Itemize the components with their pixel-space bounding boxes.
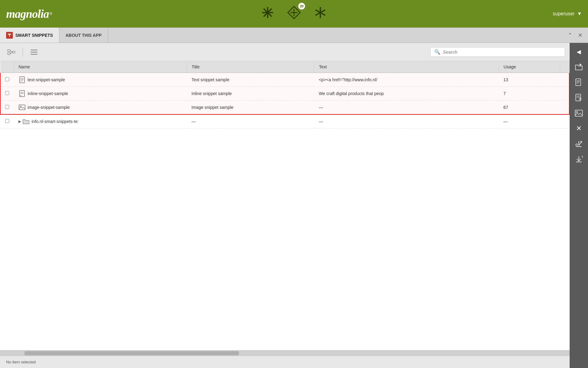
toolbar-divider xyxy=(23,48,23,57)
row2-text: We craft digital products that peop xyxy=(314,87,499,101)
row1-name: text-snippet-sample xyxy=(28,77,65,82)
row-name-cell[interactable]: text-snippet-sample xyxy=(14,73,187,87)
svg-rect-10 xyxy=(8,50,10,52)
scrollbar-thumb[interactable] xyxy=(24,351,239,355)
tab-bar-actions: ⌃ ✕ xyxy=(565,28,588,43)
table-header-row: Name Title Text Usage xyxy=(0,61,569,73)
menu-view-button[interactable] xyxy=(28,47,40,57)
horizontal-scrollbar[interactable] xyxy=(0,350,570,356)
row-name-cell[interactable]: inline-snippet-sample xyxy=(14,87,187,101)
expand-icon[interactable]: ▶ xyxy=(18,119,21,124)
close-tab-button[interactable]: ✕ xyxy=(575,31,585,40)
status-bar: No item selected xyxy=(0,356,570,368)
logo: magnolia® xyxy=(6,7,52,21)
row2-extra xyxy=(560,87,569,101)
top-bar: magnolia® 20 xyxy=(0,0,588,28)
tab-about-this-app[interactable]: ABOUT THIS APP xyxy=(59,28,108,43)
row4-name: info.nl-smart-snippets-te: xyxy=(32,119,79,124)
image-snippet-icon xyxy=(18,104,26,111)
add-folder-button[interactable] xyxy=(571,60,587,75)
col-header-name[interactable]: Name xyxy=(14,61,187,73)
svg-rect-25 xyxy=(19,105,25,110)
svg-rect-29 xyxy=(576,79,581,86)
tab-smart-snippets-label: SMART SNIPPETS xyxy=(15,33,53,38)
row4-title: — xyxy=(187,114,314,128)
tree-view-button[interactable] xyxy=(5,47,18,57)
row-name-cell[interactable]: image-snippet-sample xyxy=(14,101,187,115)
row2-title: Inline snippet sample xyxy=(187,87,314,101)
asterisk-icon[interactable] xyxy=(314,6,327,22)
col-header-text[interactable]: Text xyxy=(314,61,499,73)
edit-button[interactable] xyxy=(571,90,587,105)
content-panel: 🔍 Name Title Text Usage xyxy=(0,43,570,368)
logo-symbol: ® xyxy=(50,12,52,16)
top-bar-icons: 20 xyxy=(261,5,327,23)
row-name-cell[interactable]: ▶ info.nl-smart-snippets-te: xyxy=(14,114,187,128)
toolbar: 🔍 xyxy=(0,43,570,61)
svg-point-37 xyxy=(576,111,578,113)
col-header-extra xyxy=(560,61,569,73)
col-header-usage[interactable]: Usage xyxy=(499,61,560,73)
row3-extra xyxy=(560,101,569,115)
tab-smart-snippets[interactable]: SMART SNIPPETS xyxy=(0,28,59,43)
user-menu[interactable]: superuser ▼ xyxy=(553,11,582,17)
image-button[interactable] xyxy=(571,106,587,121)
edit-document-button[interactable] xyxy=(571,75,587,90)
crosshair-icon[interactable] xyxy=(261,6,274,22)
svg-line-14 xyxy=(10,52,13,54)
row1-extra xyxy=(560,73,569,87)
table-row[interactable]: image-snippet-sample Image snippet sampl… xyxy=(0,101,569,115)
inline-snippet-icon xyxy=(18,90,26,97)
right-sidebar: ◀ xyxy=(570,43,588,368)
row-checkbox[interactable] xyxy=(0,114,14,128)
folder-icon xyxy=(22,118,30,125)
table-row[interactable]: text-snippet-sample Text snippet sample … xyxy=(0,73,569,87)
svg-rect-12 xyxy=(13,51,15,53)
row4-extra xyxy=(560,114,569,128)
row2-name: inline-snippet-sample xyxy=(28,91,68,96)
row3-checkbox[interactable] xyxy=(5,105,9,109)
minimize-button[interactable]: ⌃ xyxy=(565,31,575,40)
row1-usage: 13 xyxy=(499,73,560,87)
row3-title: Image snippet sample xyxy=(187,101,314,115)
row2-checkbox[interactable] xyxy=(5,91,9,95)
row4-checkbox[interactable] xyxy=(5,119,9,123)
collapse-panel-button[interactable]: ◀ xyxy=(571,44,587,59)
row3-text: — xyxy=(314,101,499,115)
col-header-title[interactable]: Title xyxy=(187,61,314,73)
row1-title: Text snippet sample xyxy=(187,73,314,87)
row-checkbox[interactable] xyxy=(0,73,14,87)
row-checkbox[interactable] xyxy=(0,101,14,115)
search-box[interactable]: 🔍 xyxy=(430,47,565,57)
row4-usage: — xyxy=(499,114,560,128)
col-header-checkbox xyxy=(0,61,14,73)
user-dropdown-icon: ▼ xyxy=(577,11,582,17)
svg-rect-11 xyxy=(8,53,10,55)
data-table: Name Title Text Usage xyxy=(0,61,570,128)
row2-usage: 7 xyxy=(499,87,560,101)
tab-bar: SMART SNIPPETS ABOUT THIS APP ⌃ ✕ xyxy=(0,28,588,43)
svg-rect-36 xyxy=(575,110,582,116)
svg-line-13 xyxy=(10,51,13,52)
status-text: No item selected xyxy=(6,360,36,364)
tab-about-label: ABOUT THIS APP xyxy=(66,33,102,38)
row3-usage: 67 xyxy=(499,101,560,115)
export-button[interactable] xyxy=(571,136,587,151)
table-row[interactable]: ▶ info.nl-smart-snippets-te: — — xyxy=(0,114,569,128)
text-snippet-icon xyxy=(18,76,26,83)
diamond-icon[interactable]: 20 xyxy=(287,5,301,23)
search-icon: 🔍 xyxy=(434,49,440,55)
delete-button[interactable]: ✕ xyxy=(571,121,587,136)
row4-text: — xyxy=(314,114,499,128)
import-button[interactable] xyxy=(571,152,587,167)
username: superuser xyxy=(553,11,575,17)
notification-badge: 20 xyxy=(298,3,305,10)
logo-text: magnolia xyxy=(6,7,49,21)
main-area: 🔍 Name Title Text Usage xyxy=(0,43,588,368)
row-checkbox[interactable] xyxy=(0,87,14,101)
table-row[interactable]: inline-snippet-sample Inline snippet sam… xyxy=(0,87,569,101)
row1-checkbox[interactable] xyxy=(5,77,9,81)
search-input[interactable] xyxy=(443,49,561,55)
snippets-tab-icon xyxy=(6,32,13,39)
row3-name: image-snippet-sample xyxy=(28,105,70,110)
